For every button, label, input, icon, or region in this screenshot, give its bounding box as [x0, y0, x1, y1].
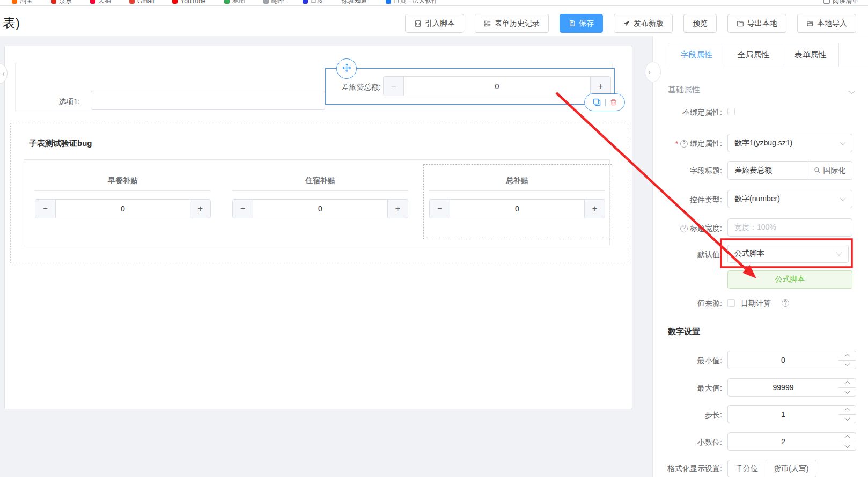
decrease-button[interactable]: − — [35, 200, 56, 218]
question-circle-icon[interactable]: ? — [680, 140, 688, 148]
delete-field-button[interactable] — [609, 98, 617, 106]
subtable-column-lodging[interactable]: 住宿补贴 − 0 + — [232, 160, 408, 245]
spin-down-button[interactable] — [838, 415, 856, 423]
chevron-down-icon — [840, 195, 845, 201]
import-local-button[interactable]: 本地导入 — [797, 14, 856, 33]
step-input[interactable]: 1 — [727, 405, 839, 423]
default-value-select[interactable]: 公式脚本 — [727, 245, 849, 263]
bind-property-select[interactable]: 数字1(yzbug.sz1) — [727, 134, 852, 152]
chevron-down-icon — [836, 249, 842, 255]
bookmark-item[interactable]: 你就知道 — [342, 0, 367, 5]
format-display-group: 千分位 货币(大写) — [727, 460, 816, 477]
bookmark-item[interactable]: 地图 — [224, 0, 245, 5]
bookmark-label: 天猫 — [98, 0, 111, 5]
subtable-column-breakfast[interactable]: 早餐补贴 − 0 + — [35, 160, 211, 245]
currency-uppercase-button[interactable]: 货币(大写) — [766, 460, 816, 477]
spin-down-button[interactable] — [838, 442, 856, 451]
reading-list-button[interactable]: 阅读清单 — [823, 0, 858, 5]
spin-up-button[interactable] — [838, 379, 856, 388]
widget-type-select[interactable]: 数字(number) — [727, 190, 852, 208]
min-value-input[interactable]: 0 — [727, 351, 839, 369]
chevron-up-icon — [844, 381, 850, 386]
designer-workspace: ‹ 选项1: 差旅费总额: − 0 + — [0, 36, 868, 477]
tab-global-properties[interactable]: 全局属性 — [725, 43, 782, 67]
increase-button[interactable]: + — [190, 200, 210, 218]
increase-button[interactable]: + — [387, 200, 408, 218]
spin-up-button[interactable] — [838, 351, 856, 361]
save-label: 保存 — [579, 19, 594, 28]
bookmark-favicon — [386, 0, 391, 4]
history-list-icon — [484, 20, 491, 27]
designer-toolbar: 表) 引入脚本 表单历史记录 保存 发布新版 预览 — [0, 6, 868, 36]
bookmark-label: 地图 — [232, 0, 245, 5]
field-title-label: 字段标题: — [653, 166, 722, 176]
breakfast-value[interactable]: 0 — [56, 200, 190, 218]
drag-move-handle[interactable] — [336, 58, 357, 79]
bookmark-item[interactable]: 天猫 — [90, 0, 111, 5]
collapse-right-panel-handle[interactable]: › — [645, 62, 661, 82]
export-local-button[interactable]: 导出本地 — [727, 14, 786, 33]
folder-open-icon — [806, 20, 814, 27]
tab-form-properties[interactable]: 表单属性 — [782, 43, 839, 67]
thousands-separator-button[interactable]: 千分位 — [727, 460, 766, 477]
bookmark-label: 首页 - 法大软件 — [394, 0, 438, 5]
decrease-button[interactable]: − — [384, 77, 404, 96]
title-width-label: ? 标题宽度: — [653, 224, 722, 233]
form-designer-app: 淘宝 京东 天猫 Gmail YouTube 地图 翻译 百度 你就知道 首页 … — [0, 0, 868, 477]
unbind-checkbox[interactable] — [727, 108, 735, 115]
option1-input[interactable] — [91, 91, 325, 110]
save-button[interactable]: 保存 — [560, 14, 603, 33]
field-title-value: 差旅费总额 — [734, 166, 772, 175]
option1-field-label: 选项1: — [48, 97, 80, 107]
lodging-value[interactable]: 0 — [253, 200, 387, 218]
field-title-input[interactable]: 差旅费总额 — [727, 161, 807, 180]
import-script-button[interactable]: 引入脚本 — [405, 14, 464, 33]
breakfast-stepper: − 0 + — [35, 199, 211, 218]
travel-total-stepper: − 0 + — [383, 76, 611, 96]
bookmark-item[interactable]: Gmail — [129, 0, 154, 5]
title-width-input[interactable]: 宽度：100% — [727, 218, 852, 237]
subtable: 早餐补贴 − 0 + 住宿补贴 − 0 + — [24, 159, 610, 245]
bookmark-item[interactable]: 首页 - 法大软件 — [386, 0, 438, 5]
date-calc-checkbox[interactable] — [727, 299, 735, 307]
increase-button[interactable]: + — [590, 77, 610, 96]
collapse-section-chevron-icon[interactable] — [848, 87, 855, 94]
form-history-button[interactable]: 表单历史记录 — [475, 14, 549, 33]
copy-field-button[interactable] — [592, 98, 601, 107]
bookmark-favicon — [51, 0, 56, 4]
bookmark-item[interactable]: 淘宝 — [12, 0, 33, 5]
travel-total-label: 差旅费总额: — [330, 83, 381, 92]
import-local-label: 本地导入 — [817, 19, 847, 28]
bookmark-item[interactable]: 百度 — [303, 0, 323, 5]
selected-field-travel-total[interactable]: 差旅费总额: − 0 + — [325, 68, 615, 105]
publish-button[interactable]: 发布新版 — [614, 14, 673, 33]
travel-total-value[interactable]: 0 — [404, 77, 590, 96]
preview-button[interactable]: 预览 — [683, 14, 717, 33]
bookmark-label: 淘宝 — [20, 0, 33, 5]
question-circle-icon[interactable]: ? — [680, 225, 688, 232]
bookmark-item[interactable]: 京东 — [51, 0, 72, 5]
spin-down-button[interactable] — [838, 388, 856, 397]
column-header: 早餐补贴 — [35, 160, 211, 191]
spin-down-button[interactable] — [838, 361, 856, 369]
spin-up-button[interactable] — [838, 433, 856, 442]
i18n-button[interactable]: 国际化 — [807, 161, 852, 180]
bookmark-favicon — [224, 0, 230, 4]
chevron-up-icon — [844, 435, 850, 441]
tab-field-properties[interactable]: 字段属性 — [668, 43, 725, 67]
bookmark-item[interactable]: YouTube — [172, 0, 205, 5]
question-circle-icon[interactable]: ? — [782, 299, 789, 307]
formula-script-button[interactable]: 公式脚本 — [727, 270, 852, 289]
page-title: 表) — [3, 14, 20, 32]
bookmark-item[interactable]: 翻译 — [263, 0, 284, 5]
decimals-input[interactable]: 2 — [727, 432, 839, 451]
decrease-button[interactable]: − — [233, 200, 253, 218]
unbind-label: 不绑定属性: — [653, 108, 722, 118]
script-icon — [414, 20, 422, 27]
bind-property-value: 数字1(yzbug.sz1) — [734, 138, 792, 148]
spin-up-button[interactable] — [838, 406, 856, 415]
bookmark-favicon — [303, 0, 308, 4]
reading-list-label: 阅读清单 — [833, 0, 858, 5]
max-value-input[interactable]: 99999 — [727, 378, 839, 397]
subtable-container[interactable]: 子表测试验证bug 早餐补贴 − 0 + 住宿补贴 − — [10, 123, 628, 263]
